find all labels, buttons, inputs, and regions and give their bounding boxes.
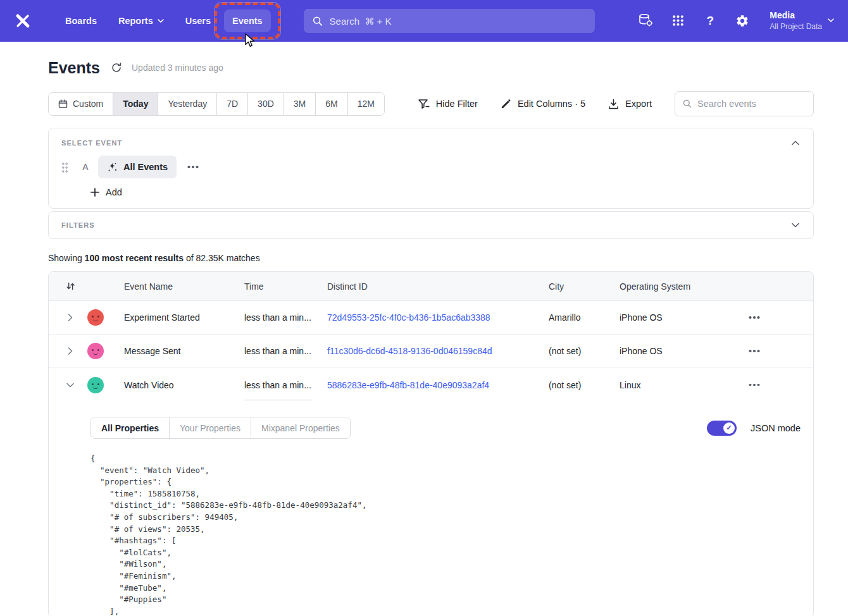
drag-handle-icon[interactable] xyxy=(61,161,68,173)
expand-filters-button[interactable] xyxy=(790,221,801,229)
select-event-card: SELECT EVENT A All Events xyxy=(48,128,814,209)
user-avatar[interactable] xyxy=(87,343,104,359)
range-today[interactable]: Today xyxy=(113,93,158,115)
search-events-input[interactable] xyxy=(697,99,806,109)
sort-header[interactable] xyxy=(58,281,83,291)
expand-row-button[interactable] xyxy=(58,301,83,334)
pencil-icon xyxy=(501,99,511,109)
refresh-icon xyxy=(111,62,122,73)
events-page: Events Updated 3 minutes ago Custom Toda… xyxy=(0,58,848,616)
col-header-city[interactable]: City xyxy=(533,281,604,292)
table-row: Experiment Started less than a min... 72… xyxy=(49,301,813,335)
range-label: Custom xyxy=(73,99,103,109)
user-avatar[interactable] xyxy=(87,309,104,326)
global-search[interactable] xyxy=(304,9,595,33)
range-yesterday[interactable]: Yesterday xyxy=(158,93,216,115)
primary-nav: Boards Reports Users Events xyxy=(57,9,271,32)
event-chip-label: All Events xyxy=(123,162,168,172)
settings-gear-icon[interactable] xyxy=(735,13,750,28)
select-event-label: SELECT EVENT xyxy=(61,139,122,147)
search-icon xyxy=(683,99,692,109)
cursor-icon xyxy=(244,33,255,48)
cell-city: (not set) xyxy=(533,346,604,356)
col-header-os[interactable]: Operating System xyxy=(604,281,703,292)
top-navbar: Boards Reports Users Events xyxy=(0,0,848,42)
help-icon[interactable]: ? xyxy=(702,13,718,28)
cell-event-name: Message Sent xyxy=(108,346,228,356)
tab-your-properties[interactable]: Your Properties xyxy=(169,417,251,438)
project-scope: All Project Data xyxy=(770,22,822,32)
cell-event-name: Watch Video xyxy=(108,380,228,390)
col-header-distinct-id[interactable]: Distinct ID xyxy=(311,281,533,292)
event-selector-row: A All Events xyxy=(61,156,801,178)
search-events-box[interactable] xyxy=(675,91,814,116)
user-avatar[interactable] xyxy=(87,377,104,393)
export-button[interactable]: Export xyxy=(608,99,652,109)
tab-mixpanel-properties[interactable]: Mixpanel Properties xyxy=(251,417,350,438)
row-actions-button[interactable] xyxy=(747,378,761,392)
nav-item-reports[interactable]: Reports xyxy=(110,9,172,32)
event-chip-all-events[interactable]: All Events xyxy=(98,156,177,178)
col-header-time[interactable]: Time xyxy=(228,281,311,292)
range-3m[interactable]: 3M xyxy=(284,93,315,115)
download-icon xyxy=(608,99,619,109)
event-detail-panel: All Properties Your Properties Mixpanel … xyxy=(49,402,813,616)
project-selector[interactable]: Media All Project Data xyxy=(770,9,834,32)
page-header: Events Updated 3 minutes ago xyxy=(48,58,814,77)
more-icon xyxy=(192,166,194,168)
range-30d[interactable]: 30D xyxy=(247,93,284,115)
data-management-icon[interactable] xyxy=(638,13,653,28)
edit-columns-button[interactable]: Edit Columns · 5 xyxy=(501,99,585,109)
project-text: Media All Project Data xyxy=(770,9,822,32)
range-label: 7D xyxy=(227,99,238,109)
results-prefix: Showing xyxy=(48,253,85,263)
add-event-button[interactable]: Add xyxy=(90,187,122,197)
project-name: Media xyxy=(770,9,822,22)
series-letter: A xyxy=(81,162,90,172)
cell-city: Amarillo xyxy=(533,312,604,323)
hide-filter-label: Hide Filter xyxy=(436,99,478,109)
expand-row-button[interactable] xyxy=(58,335,83,367)
results-summary: Showing 100 most recent results of 82.35… xyxy=(48,253,814,263)
more-icon xyxy=(753,316,756,319)
json-mode-control: ✓ JSON mode xyxy=(707,421,801,436)
filters-header: FILTERS xyxy=(61,221,801,229)
cell-distinct-id[interactable]: 5886283e-e9fb-48fb-81de-40e9093a2af4 xyxy=(327,380,489,390)
mixpanel-logo-icon xyxy=(15,13,30,28)
search-icon xyxy=(313,16,323,27)
refresh-button[interactable] xyxy=(111,62,122,73)
range-7d[interactable]: 7D xyxy=(216,93,247,115)
event-more-options-button[interactable] xyxy=(186,160,200,174)
nav-item-users[interactable]: Users xyxy=(177,9,219,32)
global-search-input[interactable] xyxy=(330,16,586,27)
row-actions-button[interactable] xyxy=(747,344,761,358)
filter-icon xyxy=(418,99,430,109)
export-label: Export xyxy=(625,99,652,109)
filters-card: FILTERS xyxy=(48,211,814,239)
results-suffix: of 82.35K matches xyxy=(184,253,260,263)
json-mode-toggle[interactable]: ✓ xyxy=(707,421,737,436)
nav-item-events[interactable]: Events xyxy=(224,9,271,32)
event-json-viewer[interactable]: { "event": "Watch Video", "properties": … xyxy=(90,453,801,616)
cell-distinct-id[interactable]: f11c30d6-dc6d-4518-9136-0d046159c84d xyxy=(327,346,492,356)
table-row: Message Sent less than a min... f11c30d6… xyxy=(49,335,813,368)
chevron-down-icon xyxy=(158,19,164,23)
apps-grid-icon[interactable] xyxy=(670,13,685,28)
chevron-right-icon xyxy=(68,314,73,321)
range-6m[interactable]: 6M xyxy=(315,93,347,115)
range-12m[interactable]: 12M xyxy=(347,93,384,115)
nav-item-boards[interactable]: Boards xyxy=(57,9,105,32)
row-actions-button[interactable] xyxy=(747,311,761,324)
collapse-row-button[interactable] xyxy=(58,368,83,402)
hide-filter-button[interactable]: Hide Filter xyxy=(418,99,478,109)
range-label: 12M xyxy=(358,99,375,109)
results-highlight: 100 most recent results xyxy=(85,253,184,263)
table-header-row: Event Name Time Distinct ID City Operati… xyxy=(49,272,813,301)
collapse-section-button[interactable] xyxy=(790,139,801,147)
range-custom[interactable]: Custom xyxy=(49,93,113,115)
col-header-event-name[interactable]: Event Name xyxy=(108,281,228,292)
tab-all-properties[interactable]: All Properties xyxy=(91,417,169,438)
cell-distinct-id[interactable]: 72d49553-25fc-4f0c-b436-1b5ac6ab3388 xyxy=(327,312,490,323)
mixpanel-logo[interactable] xyxy=(14,12,32,30)
table-row-expanded: Watch Video less than a min... 5886283e-… xyxy=(49,368,813,402)
